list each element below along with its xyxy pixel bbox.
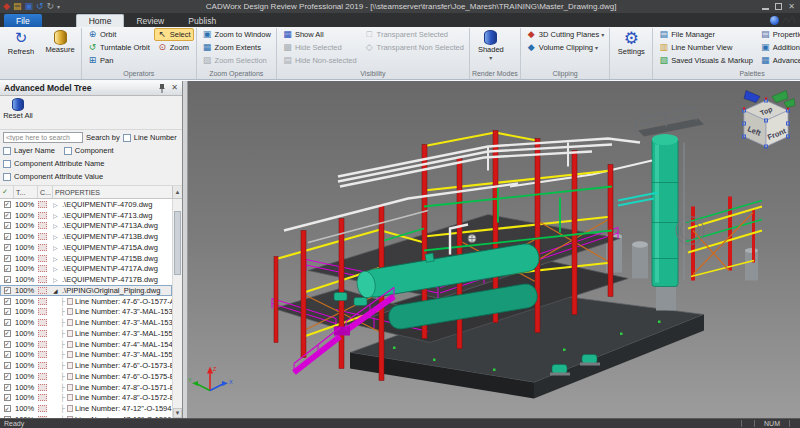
close-button[interactable]: ✕	[788, 3, 795, 11]
tree-row-line-number[interactable]: 100%├Line Number: 47-12"-O-1594-A2	[0, 403, 172, 414]
row-color-swatch[interactable]	[38, 384, 47, 391]
expand-expanded-icon[interactable]: ◢	[53, 287, 60, 294]
expand-collapsed-icon[interactable]: ▷	[53, 201, 60, 208]
row-visibility-checkbox[interactable]	[4, 319, 11, 326]
zoom-to-window-button[interactable]: ▣Zoom to Window	[199, 28, 274, 41]
show-all-button[interactable]: ▦Show All	[279, 28, 360, 41]
tree-scrollbar[interactable]: ▼	[172, 199, 182, 418]
line-number-view-button[interactable]: ▥Line Number View	[655, 41, 756, 54]
tree-row-drawing[interactable]: 100%▷.\EQUIPMENT\P-4715B.dwg	[0, 253, 172, 264]
rotate-left-arrow-icon[interactable]	[744, 91, 760, 103]
row-visibility-checkbox[interactable]	[4, 330, 11, 337]
row-visibility-checkbox[interactable]	[4, 201, 11, 208]
row-visibility-checkbox[interactable]	[4, 394, 11, 401]
expand-collapsed-icon[interactable]: ▷	[53, 276, 60, 283]
row-visibility-checkbox[interactable]	[4, 405, 11, 412]
properties-column-header[interactable]: PROPERTIES	[53, 186, 172, 198]
row-visibility-checkbox[interactable]	[4, 351, 11, 358]
tree-row-line-number[interactable]: 100%├Line Number: 47-8"-O-1571-B2	[0, 382, 172, 393]
row-color-swatch[interactable]	[38, 201, 47, 208]
tree-row-line-number[interactable]: 100%├Line Number: 47-8"-O-1572-B2	[0, 393, 172, 404]
additional-view-button[interactable]: ▣Additional View	[757, 41, 800, 54]
row-color-swatch[interactable]	[38, 287, 47, 294]
expand-collapsed-icon[interactable]: ▷	[53, 244, 60, 251]
transparency-column-header[interactable]: T...	[14, 186, 38, 198]
color-column-header[interactable]: C...	[38, 186, 53, 198]
tree-row-drawing[interactable]: 100%▷.\EQUIPMENT\P-4717B.dwg	[0, 274, 172, 285]
row-color-swatch[interactable]	[38, 308, 47, 315]
tree-row-line-number[interactable]: 100%├Line Number: 47-6"-O-1573-B2	[0, 360, 172, 371]
row-color-swatch[interactable]	[38, 351, 47, 358]
saved-visuals-markup-button[interactable]: ▧Saved Visuals & Markup	[655, 54, 756, 67]
select-all-check-icon[interactable]: ✓	[2, 188, 8, 196]
tab-home[interactable]: Home	[76, 14, 125, 27]
row-visibility-checkbox[interactable]	[4, 308, 11, 315]
minimize-button[interactable]	[762, 3, 769, 10]
row-visibility-checkbox[interactable]	[4, 265, 11, 272]
rotate-right-arrow-icon[interactable]	[772, 91, 788, 103]
expand-collapsed-icon[interactable]: ▷	[53, 233, 60, 240]
advanced-model-tree-button[interactable]: ▦Advanced Model Tree	[757, 54, 800, 67]
save-icon[interactable]: ▣	[24, 2, 33, 11]
rotate-down-arrow-icon[interactable]	[784, 99, 795, 108]
3d-model-canvas[interactable]: Top Left Front Z Y X	[188, 81, 800, 418]
expand-collapsed-icon[interactable]: ▷	[53, 255, 60, 262]
row-color-swatch[interactable]	[38, 222, 47, 229]
zoom-extents-button[interactable]: ▦Zoom Extents	[199, 41, 274, 54]
row-visibility-checkbox[interactable]	[4, 212, 11, 219]
scroll-up-arrow[interactable]: ▲	[172, 186, 182, 198]
settings-button[interactable]: ⚙Settings	[612, 28, 650, 56]
tab-review[interactable]: Review	[124, 14, 176, 27]
row-color-swatch[interactable]	[38, 319, 47, 326]
row-visibility-checkbox[interactable]	[4, 222, 11, 229]
view-cube[interactable]: Top Left Front	[743, 91, 796, 149]
orbit-button[interactable]: ⊕Orbit	[84, 28, 153, 41]
turntable-orbit-button[interactable]: ↺Turntable Orbit	[84, 41, 153, 54]
tree-row-drawing[interactable]: 100%▷.\EQUIPMENT\P-4715A.dwg	[0, 242, 172, 253]
row-color-swatch[interactable]	[38, 373, 47, 380]
help-icon[interactable]	[770, 16, 779, 25]
panel-close-icon[interactable]: ✕	[171, 84, 178, 92]
tab-publish[interactable]: Publish	[176, 14, 228, 27]
tree-row-line-number[interactable]: 100%├Line Number: 47-3"-MAL-1557-B3	[0, 350, 172, 361]
tree-row-line-number[interactable]: 100%├Line Number: 47-3"-MAL-1531-B3	[0, 307, 172, 318]
restore-button[interactable]	[775, 3, 782, 10]
row-visibility-checkbox[interactable]	[4, 362, 11, 369]
open-icon[interactable]: ▤	[13, 2, 22, 11]
tree-row-drawing[interactable]: 100%▷.\EQUIPMENT\F-4713.dwg	[0, 210, 172, 221]
reset-all-button[interactable]: Reset All	[2, 98, 34, 120]
volume-clipping-button[interactable]: ◆Volume Clipping▾	[523, 41, 607, 54]
component-checkbox[interactable]	[64, 147, 72, 155]
row-color-swatch[interactable]	[38, 276, 47, 283]
row-visibility-checkbox[interactable]	[4, 255, 11, 262]
expand-collapsed-icon[interactable]: ▷	[53, 222, 60, 229]
row-color-swatch[interactable]	[38, 212, 47, 219]
row-color-swatch[interactable]	[38, 233, 47, 240]
row-color-swatch[interactable]	[38, 244, 47, 251]
shaded-button[interactable]: Shaded▾	[472, 28, 510, 61]
component-attribute-value-checkbox[interactable]	[3, 173, 11, 181]
file-manager-button[interactable]: ▤File Manager	[655, 28, 756, 41]
row-color-swatch[interactable]	[38, 394, 47, 401]
row-color-swatch[interactable]	[38, 341, 47, 348]
select-button[interactable]: ↖Select	[154, 28, 194, 41]
tree-row-drawing[interactable]: 100%◢.\PIPING\Original_Piping.dwg	[0, 285, 172, 296]
tree-row-drawing[interactable]: 100%▷.\EQUIPMENT\P-4717A.dwg	[0, 264, 172, 275]
pan-button[interactable]: ⊞Pan	[84, 54, 153, 67]
tree-row-line-number[interactable]: 100%├Line Number: 47-6"-O-1577-A2	[0, 296, 172, 307]
refresh-button[interactable]: ↻Refresh	[2, 28, 40, 56]
row-color-swatch[interactable]	[38, 405, 47, 412]
line-number-checkbox[interactable]	[123, 134, 131, 142]
row-visibility-checkbox[interactable]	[4, 298, 11, 305]
scroll-down-arrow[interactable]: ▼	[173, 408, 182, 418]
row-visibility-checkbox[interactable]	[4, 384, 11, 391]
row-color-swatch[interactable]	[38, 298, 47, 305]
row-color-swatch[interactable]	[38, 416, 47, 418]
tree-row-line-number[interactable]: 100%├Line Number: 47-3"-MAL-1551-B3	[0, 328, 172, 339]
tree-row-drawing[interactable]: 100%▷.\EQUIPMENT\P-4713A.dwg	[0, 221, 172, 232]
row-color-swatch[interactable]	[38, 330, 47, 337]
row-visibility-checkbox[interactable]	[4, 373, 11, 380]
tree-row-line-number[interactable]: 100%├Line Number: 47-6"-O-1575-B2	[0, 371, 172, 382]
expand-collapsed-icon[interactable]: ▷	[53, 212, 60, 219]
measure-button[interactable]: Measure	[41, 28, 79, 56]
